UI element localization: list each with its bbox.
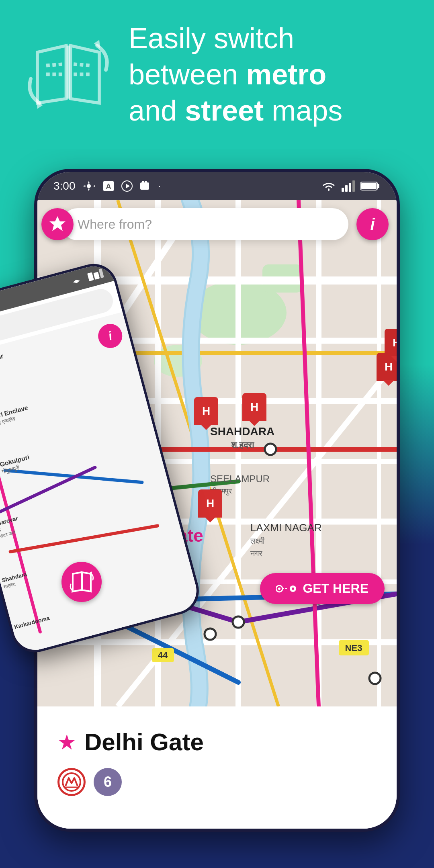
svg-rect-17 — [142, 181, 144, 183]
banner-headline: Easily switch between metro and street m… — [129, 20, 342, 129]
favorites-button[interactable] — [41, 208, 74, 240]
get-here-label: GET HERE — [303, 581, 368, 596]
station-name-label: Delhi Gate — [84, 728, 204, 756]
get-here-button[interactable]: GET HERE — [260, 573, 385, 604]
svg-rect-22 — [352, 180, 355, 192]
svg-text:A: A — [106, 182, 111, 190]
switch-map-button[interactable] — [61, 562, 102, 602]
phone2-station-mansarovar: MansarovarParkमानसरोवर पार्क — [0, 515, 22, 542]
svg-rect-10 — [98, 268, 104, 278]
station-name-row: ★ Delhi Gate — [57, 728, 377, 756]
svg-rect-18 — [145, 181, 147, 183]
svg-marker-63 — [49, 216, 66, 231]
battery-icon — [360, 180, 381, 192]
svg-text:NE3: NE3 — [345, 643, 362, 653]
svg-text:44: 44 — [158, 650, 168, 660]
search-placeholder: Where from? — [78, 217, 152, 232]
svg-rect-25 — [361, 183, 377, 189]
svg-rect-9 — [93, 272, 100, 280]
settings-icon — [82, 180, 96, 192]
headline-line1: Easily switch — [129, 22, 294, 54]
svg-text:◂▸: ◂▸ — [72, 276, 81, 286]
top-banner: Easily switch between metro and street m… — [0, 0, 434, 149]
status-left: 3:00 A · — [53, 180, 161, 192]
station-star-icon: ★ — [57, 730, 76, 754]
svg-rect-21 — [349, 183, 351, 192]
letter-a-icon: A — [102, 180, 115, 192]
status-right — [321, 180, 381, 192]
switch-map-icon — [69, 569, 95, 595]
status-bar: 3:00 A · — [37, 172, 397, 200]
station-panel: ★ Delhi Gate 6 — [37, 712, 397, 829]
route-icon — [276, 583, 296, 595]
wifi-icon — [321, 180, 337, 192]
line-number: 6 — [104, 774, 112, 790]
search-bar[interactable]: Where from? — [61, 208, 348, 240]
phone2-station-karkardooma: Karkardooma — [14, 614, 50, 630]
svg-marker-15 — [126, 184, 130, 188]
svg-point-68 — [278, 588, 280, 590]
phone2-pink-line — [0, 361, 42, 634]
svg-point-71 — [292, 588, 294, 590]
svg-rect-24 — [377, 184, 379, 188]
status-dot: · — [158, 180, 161, 192]
phone2-station-johri: Johri Enclaveजौहरी एन्क्लेव — [0, 404, 31, 429]
line-number-badge: 6 — [94, 768, 122, 796]
metro-logo-icon — [61, 772, 82, 792]
station-badges: 6 — [57, 768, 377, 796]
phone2-info-btn[interactable]: i — [95, 321, 125, 350]
star-icon — [47, 214, 68, 234]
headline-line4: maps — [264, 94, 342, 127]
phone2-red-line — [8, 524, 160, 554]
metro-logo-badge — [57, 768, 86, 796]
headline-metro: metro — [246, 58, 326, 90]
shahdara-label: SHAHDARAश.हदरा — [210, 425, 274, 451]
headline-line2: between — [129, 58, 246, 90]
play-icon — [121, 180, 133, 192]
svg-point-57 — [205, 628, 216, 640]
bottom-section: ◂▸ Shiv Viharशिव विहार Johri Enc — [0, 149, 434, 868]
info-button[interactable]: i — [356, 208, 389, 240]
headline-line3: and — [129, 94, 185, 127]
svg-point-55 — [233, 616, 244, 628]
svg-point-11 — [87, 184, 91, 188]
laxmi-nagar-label: LAXMI NAGARलक्ष्मीनगर — [250, 522, 322, 559]
headline-street: street — [185, 94, 264, 127]
svg-rect-8 — [87, 272, 94, 281]
svg-rect-20 — [345, 185, 348, 192]
signal-icon — [342, 180, 356, 192]
map-switch-icon — [24, 30, 113, 119]
svg-point-58 — [369, 673, 381, 684]
phone2-station-shahdara: Shahdaraशाहदरा — [1, 571, 29, 590]
sd-icon — [139, 180, 151, 192]
svg-rect-19 — [342, 188, 344, 192]
phone2-station-shivvihar: Shiv Viharशिव विहार — [0, 352, 6, 375]
svg-rect-16 — [140, 182, 149, 190]
svg-line-3 — [74, 64, 90, 66]
time-display: 3:00 — [53, 180, 76, 192]
svg-line-1 — [46, 64, 63, 66]
